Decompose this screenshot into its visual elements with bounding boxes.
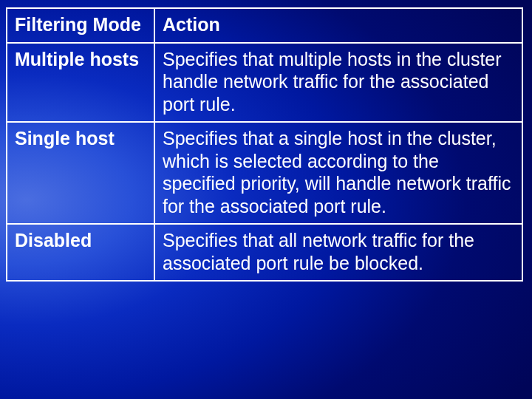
action-cell: Specifies that multiple hosts in the clu… (154, 43, 522, 123)
header-mode: Filtering Mode (7, 8, 154, 43)
action-cell: Specifies that all network traffic for t… (154, 224, 522, 281)
mode-cell: Single host (7, 122, 154, 224)
mode-cell: Disabled (7, 224, 154, 281)
header-action: Action (154, 8, 522, 43)
table-header-row: Filtering Mode Action (7, 8, 522, 43)
table-row: Multiple hosts Specifies that multiple h… (7, 43, 522, 123)
mode-cell: Multiple hosts (7, 43, 154, 123)
slide: Filtering Mode Action Multiple hosts Spe… (0, 0, 532, 399)
action-cell: Specifies that a single host in the clus… (154, 122, 522, 224)
table-row: Disabled Specifies that all network traf… (7, 224, 522, 281)
filtering-mode-table: Filtering Mode Action Multiple hosts Spe… (6, 7, 523, 282)
table-row: Single host Specifies that a single host… (7, 122, 522, 224)
